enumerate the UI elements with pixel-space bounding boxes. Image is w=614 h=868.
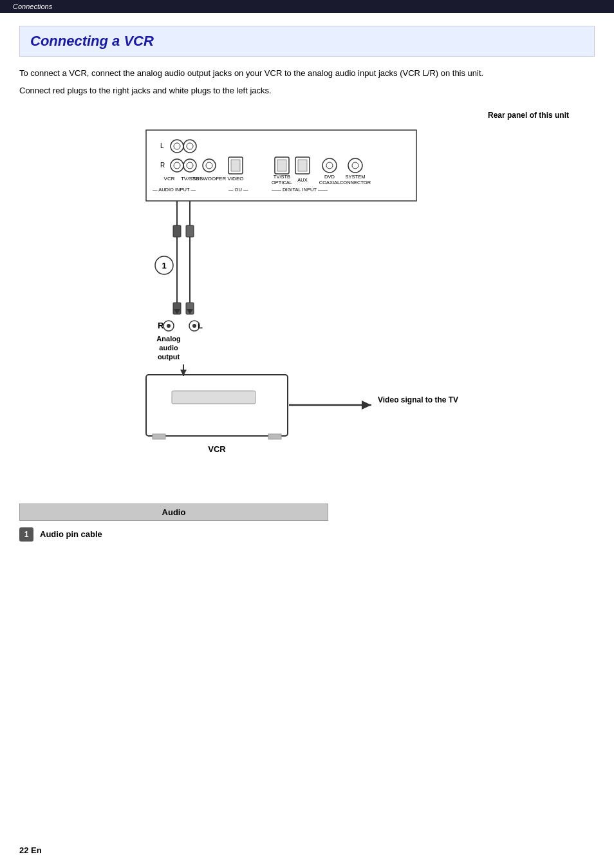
diagram-svg: L R bbox=[19, 124, 595, 484]
svg-text:TV/STB: TV/STB bbox=[274, 174, 290, 180]
breadcrumb: Connections bbox=[0, 0, 614, 13]
svg-marker-66 bbox=[362, 401, 371, 410]
svg-text:audio: audio bbox=[159, 344, 178, 352]
svg-text:— OU —: — OU — bbox=[228, 187, 248, 193]
svg-rect-18 bbox=[298, 160, 307, 171]
svg-text:VIDEO: VIDEO bbox=[228, 176, 244, 182]
cable-badge-1: 1 bbox=[19, 527, 33, 542]
audio-section: Audio 1 Audio pin cable bbox=[19, 504, 328, 542]
cable-item: 1 Audio pin cable bbox=[19, 527, 328, 542]
svg-text:— AUDIO INPUT —: — AUDIO INPUT — bbox=[153, 187, 196, 193]
svg-rect-39 bbox=[173, 225, 181, 237]
svg-rect-60 bbox=[153, 434, 165, 439]
cable-label-1: Audio pin cable bbox=[40, 529, 102, 539]
svg-text:R: R bbox=[160, 162, 165, 169]
svg-text:AUX: AUX bbox=[297, 177, 307, 183]
page-number: 22 En bbox=[19, 845, 42, 855]
svg-point-54 bbox=[192, 324, 196, 328]
svg-rect-61 bbox=[268, 434, 281, 439]
svg-rect-14 bbox=[231, 160, 240, 171]
svg-rect-16 bbox=[277, 160, 286, 171]
svg-text:OPTICAL: OPTICAL bbox=[272, 180, 292, 185]
svg-text:L: L bbox=[160, 142, 164, 149]
svg-text:1: 1 bbox=[162, 261, 166, 270]
rear-panel-label: Rear panel of this unit bbox=[19, 111, 595, 120]
svg-rect-40 bbox=[186, 225, 194, 237]
svg-text:SYSTEM: SYSTEM bbox=[346, 174, 366, 180]
main-content: Connecting a VCR To connect a VCR, conne… bbox=[0, 13, 614, 561]
svg-point-51 bbox=[167, 324, 171, 328]
svg-text:VCR: VCR bbox=[164, 176, 175, 182]
description-2: Connect red plugs to the right jacks and… bbox=[19, 84, 595, 98]
svg-rect-59 bbox=[172, 391, 256, 404]
audio-section-header: Audio bbox=[19, 504, 328, 521]
svg-text:COAXIAL: COAXIAL bbox=[319, 180, 340, 185]
svg-rect-58 bbox=[146, 375, 288, 436]
svg-text:—— DIGITAL INPUT ——: —— DIGITAL INPUT —— bbox=[272, 187, 328, 193]
svg-text:output: output bbox=[158, 353, 180, 361]
svg-text:VCR: VCR bbox=[208, 444, 226, 454]
description-1: To connect a VCR, connect the analog aud… bbox=[19, 67, 595, 80]
svg-text:Video signal to the TV: Video signal to the TV bbox=[378, 395, 458, 404]
diagram-container: Rear panel of this unit L R bbox=[19, 111, 595, 484]
section-title: Connecting a VCR bbox=[19, 26, 595, 57]
svg-text:CONNECTOR: CONNECTOR bbox=[340, 180, 371, 185]
svg-text:Analog: Analog bbox=[156, 335, 180, 343]
svg-text:DVD: DVD bbox=[324, 174, 335, 180]
svg-text:SUBWOOFER: SUBWOOFER bbox=[192, 176, 227, 182]
